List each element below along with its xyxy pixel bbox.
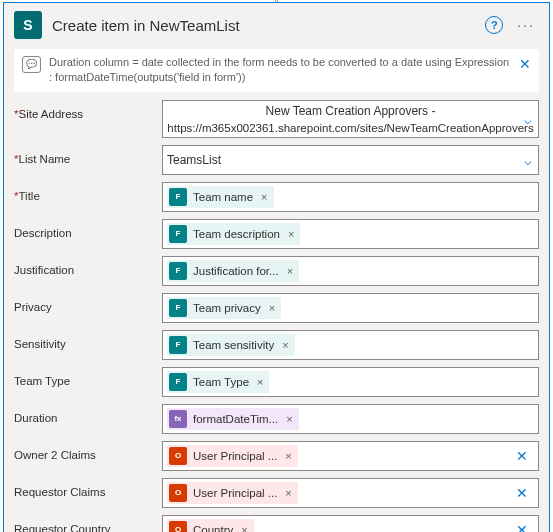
label-justification: Justification — [14, 256, 162, 276]
teamtype-field[interactable]: F Team Type × — [162, 367, 539, 397]
remove-token-icon[interactable]: × — [257, 376, 263, 388]
office-icon: O — [169, 484, 187, 502]
list-name-value: TeamsList — [167, 153, 221, 167]
help-icon[interactable]: ? — [485, 16, 503, 34]
token-justification[interactable]: F Justification for... × — [167, 260, 299, 282]
site-address-field[interactable]: New Team Creation Approvers - https://m3… — [162, 100, 539, 138]
clear-field-icon[interactable]: ✕ — [516, 485, 528, 501]
token-country[interactable]: O Country × — [167, 519, 254, 532]
comment-icon: 💬 — [22, 56, 41, 73]
remove-token-icon[interactable]: × — [286, 413, 292, 425]
fx-icon: fx — [169, 410, 187, 428]
forms-icon: F — [169, 188, 187, 206]
remove-token-icon[interactable]: × — [261, 191, 267, 203]
duration-field[interactable]: fx formatDateTim... × — [162, 404, 539, 434]
description-field[interactable]: F Team description × — [162, 219, 539, 249]
token-team-description[interactable]: F Team description × — [167, 223, 300, 245]
clear-field-icon[interactable]: ✕ — [516, 448, 528, 464]
clear-field-icon[interactable]: ✕ — [516, 522, 528, 532]
title-field[interactable]: F Team name × — [162, 182, 539, 212]
forms-icon: F — [169, 262, 187, 280]
action-card: S Create item in NewTeamList ? ··· 💬 Dur… — [3, 2, 550, 532]
remove-token-icon[interactable]: × — [282, 339, 288, 351]
office-icon: O — [169, 521, 187, 532]
remove-token-icon[interactable]: × — [241, 524, 247, 532]
sharepoint-icon: S — [14, 11, 42, 39]
chevron-down-icon[interactable]: ⌵ — [524, 152, 532, 167]
more-icon[interactable]: ··· — [513, 17, 539, 33]
token-formatdatetime[interactable]: fx formatDateTim... × — [167, 408, 299, 430]
site-url: https://m365x002361.sharepoint.com/sites… — [167, 122, 533, 134]
form-body: *Site Address New Team Creation Approver… — [4, 100, 549, 532]
label-owner2: Owner 2 Claims — [14, 441, 162, 461]
label-reqclaims: Requestor Claims — [14, 478, 162, 498]
comment-bar: 💬 Duration column = date collected in th… — [14, 49, 539, 92]
remove-token-icon[interactable]: × — [287, 265, 293, 277]
privacy-field[interactable]: F Team privacy × — [162, 293, 539, 323]
forms-icon: F — [169, 373, 187, 391]
remove-token-icon[interactable]: × — [285, 450, 291, 462]
reqclaims-field[interactable]: O User Principal ... × ✕ — [162, 478, 539, 508]
remove-token-icon[interactable]: × — [288, 228, 294, 240]
label-title: *Title — [14, 182, 162, 202]
token-team-sensitivity[interactable]: F Team sensitivity × — [167, 334, 295, 356]
token-team-name[interactable]: F Team name × — [167, 186, 274, 208]
forms-icon: F — [169, 299, 187, 317]
close-icon[interactable]: ✕ — [519, 55, 531, 75]
remove-token-icon[interactable]: × — [285, 487, 291, 499]
label-description: Description — [14, 219, 162, 239]
forms-icon: F — [169, 225, 187, 243]
comment-text: Duration column = date collected in the … — [49, 55, 511, 86]
forms-icon: F — [169, 336, 187, 354]
label-list: *List Name — [14, 145, 162, 165]
card-header: S Create item in NewTeamList ? ··· — [4, 3, 549, 47]
label-privacy: Privacy — [14, 293, 162, 313]
sensitivity-field[interactable]: F Team sensitivity × — [162, 330, 539, 360]
label-reqcountry: Requestor Country — [14, 515, 162, 532]
site-name: New Team Creation Approvers - — [266, 104, 436, 118]
owner2-field[interactable]: O User Principal ... × ✕ — [162, 441, 539, 471]
office-icon: O — [169, 447, 187, 465]
token-user-principal[interactable]: O User Principal ... × — [167, 445, 298, 467]
token-team-privacy[interactable]: F Team privacy × — [167, 297, 281, 319]
justification-field[interactable]: F Justification for... × — [162, 256, 539, 286]
label-sensitivity: Sensitivity — [14, 330, 162, 350]
token-user-principal[interactable]: O User Principal ... × — [167, 482, 298, 504]
label-site: *Site Address — [14, 100, 162, 120]
token-team-type[interactable]: F Team Type × — [167, 371, 269, 393]
label-teamtype: Team Type — [14, 367, 162, 387]
list-name-field[interactable]: TeamsList ⌵ — [162, 145, 539, 175]
label-duration: Duration — [14, 404, 162, 424]
reqcountry-field[interactable]: O Country × ✕ — [162, 515, 539, 532]
chevron-down-icon[interactable]: ⌵ — [524, 111, 532, 126]
remove-token-icon[interactable]: × — [269, 302, 275, 314]
card-title: Create item in NewTeamList — [52, 17, 475, 34]
